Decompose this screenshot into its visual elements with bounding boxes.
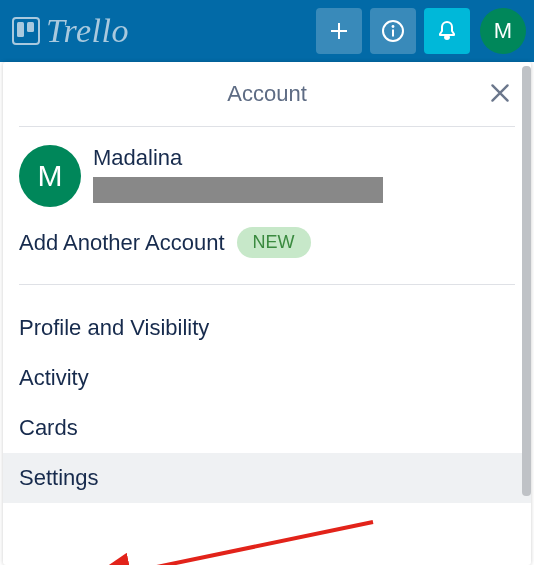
profile-row: M Madalina xyxy=(19,145,515,207)
scrollbar[interactable] xyxy=(522,66,531,496)
avatar-initial: M xyxy=(494,18,512,44)
create-button[interactable] xyxy=(316,8,362,54)
annotation-arrow xyxy=(103,512,403,565)
menu-settings[interactable]: Settings xyxy=(3,453,531,503)
menu-activity[interactable]: Activity xyxy=(3,353,531,403)
menu-profile-visibility[interactable]: Profile and Visibility xyxy=(3,303,531,353)
menu-cards[interactable]: Cards xyxy=(3,403,531,453)
add-another-account[interactable]: Add Another Account NEW xyxy=(19,223,515,262)
notifications-button[interactable] xyxy=(424,8,470,54)
trello-wordmark: Trello xyxy=(46,12,129,50)
account-menu: Profile and Visibility Activity Cards Se… xyxy=(3,303,531,503)
user-email-redacted xyxy=(93,177,383,203)
top-nav-bar: Trello M xyxy=(0,0,534,62)
new-badge: NEW xyxy=(237,227,311,258)
trello-logo[interactable]: Trello xyxy=(12,12,129,50)
user-avatar-button[interactable]: M xyxy=(480,8,526,54)
svg-rect-2 xyxy=(392,30,394,37)
user-avatar-large: M xyxy=(19,145,81,207)
plus-icon xyxy=(327,19,351,43)
user-name: Madalina xyxy=(93,145,383,171)
divider xyxy=(19,126,515,127)
trello-board-icon xyxy=(12,17,40,45)
close-icon xyxy=(487,80,513,106)
account-panel: Account M Madalina Add Another Account N… xyxy=(3,62,531,565)
divider xyxy=(19,284,515,285)
svg-line-4 xyxy=(123,522,373,565)
info-icon xyxy=(381,19,405,43)
add-account-label: Add Another Account xyxy=(19,230,225,256)
avatar-initial-large: M xyxy=(38,159,63,193)
svg-point-1 xyxy=(392,25,395,28)
panel-header: Account xyxy=(19,62,515,126)
panel-title: Account xyxy=(227,81,307,107)
bell-icon xyxy=(435,19,459,43)
close-button[interactable] xyxy=(487,80,513,110)
info-button[interactable] xyxy=(370,8,416,54)
